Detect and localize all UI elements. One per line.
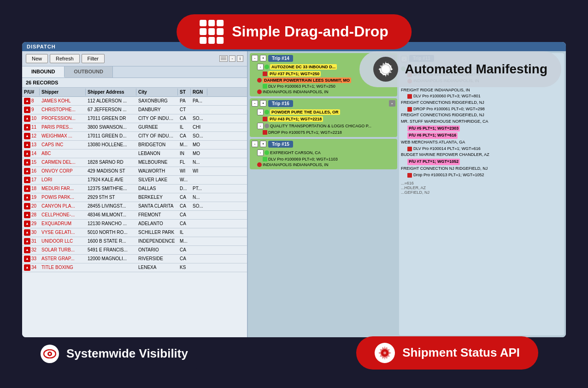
trip-row: - EXFREIGHT CARSON, CA	[257, 149, 395, 156]
table-row[interactable]: ▲17 LORI 17924 KALE AVE SILVER LAKE W...	[22, 176, 247, 185]
dot-gray-icon	[265, 124, 269, 128]
dot-red-icon	[257, 90, 262, 94]
left-panel: New Refresh Filter - i INBOUND	[22, 51, 248, 337]
trip-row-text: INDIANAPOLIS INDIANAPOLIS, IN	[263, 162, 329, 167]
expand-icon[interactable]: -	[252, 55, 258, 61]
dot-green-icon	[265, 110, 269, 114]
expand-icon[interactable]: -	[252, 100, 258, 107]
table-body: ▲8 JAMES KOHL 112 ALDERSON ... SAXONBURG…	[22, 97, 247, 337]
dot-green-icon	[265, 150, 269, 155]
dot-red-icon	[257, 162, 262, 167]
trip11-row: DLV Pro #100014 PLT=1; WGT=616	[407, 146, 562, 152]
trip-16-title: Trip #16	[268, 100, 293, 107]
dot-red-icon	[257, 78, 262, 83]
trip-row: DROP Pro #100075 PLT=1; WGT=2218	[263, 130, 395, 135]
expand-icon2[interactable]: •	[260, 55, 266, 61]
trip-14-title: Trip #14	[268, 55, 293, 62]
minus-icon: -	[229, 55, 235, 62]
expand-icon[interactable]: -	[257, 123, 264, 129]
trip11-row: DROP Pro #100061 PLT=0; WGT=298	[407, 106, 562, 113]
trip-row: - QUALITY TRANSPORTATION & LOGIS CHICAGO…	[257, 122, 395, 130]
trip11-row: BUDGET MARINE REPOWER CHANDLER, AZ	[401, 152, 562, 158]
trip11-row: Drop Pro #100013 PLT=1; WGT=1052	[407, 172, 562, 179]
trip-row-text: AUTOZONE DC 33 INBOUND D...	[270, 64, 337, 70]
expand-icon2[interactable]: •	[260, 141, 266, 147]
trip11-row: FREIGHT CONNECTIONS RIDGEFIELD, NJ	[401, 112, 562, 119]
table-row[interactable]: ▲34 TITLE BOXING LENEXA KS	[22, 263, 247, 272]
trip11-row: FREIGHT CONNECTIONS RIDGEFIELD, NJ	[401, 100, 562, 106]
trip11-row: MR. STUFF WAREHOUSE NORTHRIDGE, CA	[401, 119, 562, 125]
trip-15-card: - • Trip #15 - EXFREIGHT CARSON, CA DLV …	[250, 139, 397, 169]
trip-row-text: P/U #43 PLT=1; WGT=2218	[268, 116, 323, 122]
trip-15-header: - • Trip #15	[252, 141, 395, 148]
table-row[interactable]: ▲28 CELLPHONE-... 48346 MILMONT... FREMO…	[22, 211, 247, 220]
trip-16-controls: ▪	[389, 100, 395, 107]
tab-inbound[interactable]: INBOUND	[22, 66, 65, 78]
trip-15-title: Trip #15	[268, 141, 293, 148]
auto-manifest-text: Automated Manifesting	[405, 62, 547, 77]
table-row[interactable]: ▲19 POWIS PARK... 2929 5TH ST BERKELEY C…	[22, 193, 247, 202]
trip-row: - POWDER PURE THE DALLES, OR	[257, 108, 395, 116]
table-row[interactable]: ▲14 ABC LEBANON IN MO	[22, 149, 247, 158]
table-row[interactable]: ▲29 EXQUADRUM 12130 RANCHO ... ADELANTO …	[22, 220, 247, 228]
auto-manifest-bubble: Automated Manifesting	[359, 51, 561, 87]
trip-16-card: - • Trip #16 ▪ - POWDER PURE THE DALLES,…	[250, 98, 397, 137]
top-banner: Simple Drag-and-Drop	[176, 14, 412, 49]
table-row[interactable]: ▲15 CARMEN DEL... 1828 SARNO RD MELBOURN…	[22, 158, 247, 167]
records-count: 26 RECORDS	[22, 78, 247, 88]
sq-red-icon	[263, 117, 267, 121]
trip-row-text: EXFREIGHT CARSON, CA	[270, 150, 321, 155]
table-row[interactable]: ▲11 PARIS PRES... 3800 SWANSON... GURNEE…	[22, 123, 247, 132]
svg-marker-4	[379, 68, 380, 71]
table-row[interactable]: ▲13 CAPS INC 13080 HOLLENE... BRIDGETON …	[22, 141, 247, 149]
table-row[interactable]: ▲12 WEIGHMAX ... 17011 GREEN D... CITY O…	[22, 132, 247, 141]
gear-large-icon	[373, 57, 398, 82]
trip-ctrl-btn[interactable]: ▪	[389, 100, 395, 107]
dot-green-icon	[265, 65, 269, 69]
sq-red-icon	[407, 147, 412, 151]
table-row[interactable]: ▲18 MEDURI FAR... 12375 SMITHFIE... DALL…	[22, 185, 247, 193]
table-row[interactable]: ▲30 VYSE GELATI... 5010 NORTH RO... SCHI…	[22, 228, 247, 237]
trip-row-text: DAHMER POWERTRAIN LEES SUMMIT, MO	[263, 78, 351, 83]
trip-row: INDIANAPOLIS INDIANAPOLIS, IN	[257, 162, 395, 167]
trip-row: INDIANAPOLIS INDIANAPOLIS, IN	[257, 89, 395, 95]
table-row[interactable]: ▲9 CHRISTOPHE... 67 JEFFERSON ... DANBUR…	[22, 106, 247, 114]
trip-row: P/U #43 PLT=1; WGT=2218	[263, 116, 395, 122]
expand-icon2[interactable]: •	[260, 100, 266, 107]
expand-icon[interactable]: -	[257, 109, 264, 115]
expand-icon[interactable]: -	[252, 141, 258, 147]
table-row[interactable]: ▲20 CANYON PLA... 28455 LIVINGST... SANT…	[22, 202, 247, 211]
tab-outbound[interactable]: OUTBOUND	[65, 66, 113, 78]
expand-icon[interactable]: -	[257, 64, 264, 70]
right-panel: - • Trip #14 ▪ i - AUTOZONE DC 33 INBOUN…	[248, 51, 566, 337]
refresh-button[interactable]: Refresh	[50, 54, 80, 63]
bottom-right-banner: Shipment Status API	[356, 336, 538, 370]
trip-row-text: DLV Pro #100063 PLT=1; WGT=250	[268, 84, 335, 89]
expand-icon[interactable]: -	[257, 149, 264, 156]
new-button[interactable]: New	[26, 54, 48, 63]
filter-button[interactable]: Filter	[82, 54, 105, 63]
trip11-row: DLV Pro #100060 PLT=3; WGT=801	[407, 93, 562, 100]
trip-row-text: QUALITY TRANSPORTATION & LOGIS CHICAGO P…	[270, 124, 371, 128]
trip-16-header: - • Trip #16 ▪	[252, 100, 395, 107]
table-row[interactable]: ▲31 UNIDOOR LLC 1600 B STATE R... INDEPE…	[22, 237, 247, 246]
bottom-left-banner: Systemwide Visibility	[22, 338, 206, 370]
table-row[interactable]: ▲32 SOLAR TURB... 5491 E FRANCIS... ONTA…	[22, 246, 247, 255]
trip11-row: P/U #7 PLT=1; WGT=1052	[407, 158, 562, 166]
trip-row-text: DROP Pro #100075 PLT=1; WGT=2218	[268, 130, 342, 135]
table-row[interactable]: ▲33 ASTER GRAP... 12000 MAGNOLI... RIVER…	[22, 255, 247, 263]
trips-left: - • Trip #14 ▪ i - AUTOZONE DC 33 INBOUN…	[250, 53, 397, 335]
trip-row-text: P/U #37 PLT=1; WGT=250	[268, 71, 321, 77]
svg-point-7	[49, 353, 51, 355]
table-row[interactable]: ▲16 ONVOY CORP 429 MADISON ST WALWORTH W…	[22, 167, 247, 176]
table-row[interactable]: ▲8 JAMES KOHL 112 ALDERSON ... SAXONBURG…	[22, 97, 247, 106]
sq-green-icon	[263, 84, 267, 89]
tabs: INBOUND OUTBOUND	[22, 66, 247, 78]
table-row[interactable]: ▲10 PROFESSION... 17011 GREEN DR CITY OF…	[22, 114, 247, 123]
gear-icon	[375, 343, 395, 363]
trip-row: DLV Pro #100069 PLT=0; WGT=1103	[263, 156, 395, 162]
trip11-row: P/U #6 PLT=1; WGT=616	[407, 132, 562, 139]
sq-red-icon	[407, 173, 412, 178]
grid-icon	[200, 20, 223, 44]
svg-marker-3	[391, 68, 393, 71]
